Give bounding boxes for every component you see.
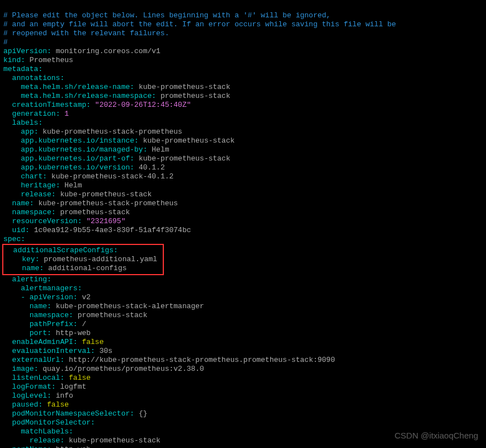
yaml-line: name: additional-configs	[4, 264, 127, 272]
yaml-line: alerting:	[3, 275, 51, 284]
watermark: CSDN @itxiaoqCheng	[395, 431, 478, 440]
yaml-line: podMonitorNamespaceSelector: {}	[3, 409, 147, 418]
yaml-line: metadata:	[3, 65, 43, 73]
yaml-line: namespace: prometheus-stack	[3, 311, 147, 319]
yaml-line: listenLocal: false	[3, 374, 91, 382]
yaml-line: meta.helm.sh/release-name: kube-promethe…	[3, 83, 230, 91]
yaml-line: name: kube-prometheus-stack-alertmanager	[3, 302, 204, 310]
yaml-line: app.kubernetes.io/managed-by: Helm	[3, 145, 169, 154]
yaml-line: generation: 1	[3, 110, 69, 118]
yaml-line: resourceVersion: "2321695"	[3, 217, 125, 225]
yaml-line: app: kube-prometheus-stack-prometheus	[3, 128, 182, 136]
yaml-line: alertmanagers:	[3, 284, 82, 293]
yaml-line: heritage: Helm	[3, 181, 82, 190]
yaml-line: logLevel: info	[3, 392, 73, 400]
yaml-line: spec:	[3, 235, 25, 243]
yaml-line: annotations:	[3, 74, 64, 82]
yaml-line: - apiVersion: v2	[3, 293, 91, 301]
yaml-line: release: kube-prometheus-stack	[3, 190, 152, 199]
yaml-line: app.kubernetes.io/instance: kube-prometh…	[3, 136, 235, 145]
yaml-line: meta.helm.sh/release-namespace: promethe…	[3, 92, 230, 100]
yaml-line: name: kube-prometheus-stack-prometheus	[3, 199, 178, 208]
yaml-line: labels:	[3, 119, 43, 127]
comment-line: # and an empty file will abort the edit.…	[3, 20, 396, 29]
comment-line: #	[3, 38, 8, 46]
yaml-line: creationTimestamp: "2022-09-26T12:45:40Z…	[3, 101, 191, 109]
yaml-line: app.kubernetes.io/part-of: kube-promethe…	[3, 154, 230, 163]
yaml-line: port: http-web	[3, 329, 91, 337]
highlighted-block: additionalScrapeConfigs: key: prometheus…	[2, 244, 164, 275]
yaml-line: paused: false	[3, 400, 69, 409]
yaml-line: pathPrefix: /	[3, 320, 86, 328]
yaml-line: image: quay.io/prometheus/prometheus:v2.…	[3, 365, 204, 373]
yaml-line: uid: 1c0ea912-9b55-4ae3-830f-51af4f3074b…	[3, 226, 191, 234]
yaml-line: externalUrl: http://kube-prometheus-stac…	[3, 356, 335, 364]
yaml-line: release: kube-prometheus-stack	[3, 436, 161, 445]
yaml-line: app.kubernetes.io/version: 40.1.2	[3, 163, 165, 172]
yaml-line: key: prometheus-additional.yaml	[4, 255, 157, 263]
comment-line: # Please edit the object below. Lines be…	[3, 11, 331, 20]
yaml-line: kind: Prometheus	[3, 56, 73, 64]
yaml-line: namespace: prometheus-stack	[3, 208, 130, 216]
terminal-editor[interactable]: # Please edit the object below. Lines be…	[0, 0, 486, 448]
yaml-line: apiVersion: monitoring.coreos.com/v1	[3, 47, 161, 55]
yaml-line: logFormat: logfmt	[3, 383, 86, 391]
comment-line: # reopened with the relevant failures.	[3, 29, 169, 37]
yaml-line: podMonitorSelector:	[3, 418, 95, 427]
yaml-line: portName: http-web	[3, 445, 91, 448]
yaml-line: chart: kube-prometheus-stack-40.1.2	[3, 172, 173, 181]
yaml-line: matchLabels:	[3, 427, 73, 436]
yaml-line: additionalScrapeConfigs:	[4, 246, 118, 254]
yaml-line: evaluationInterval: 30s	[3, 347, 112, 355]
yaml-line: enableAdminAPI: false	[3, 338, 103, 346]
